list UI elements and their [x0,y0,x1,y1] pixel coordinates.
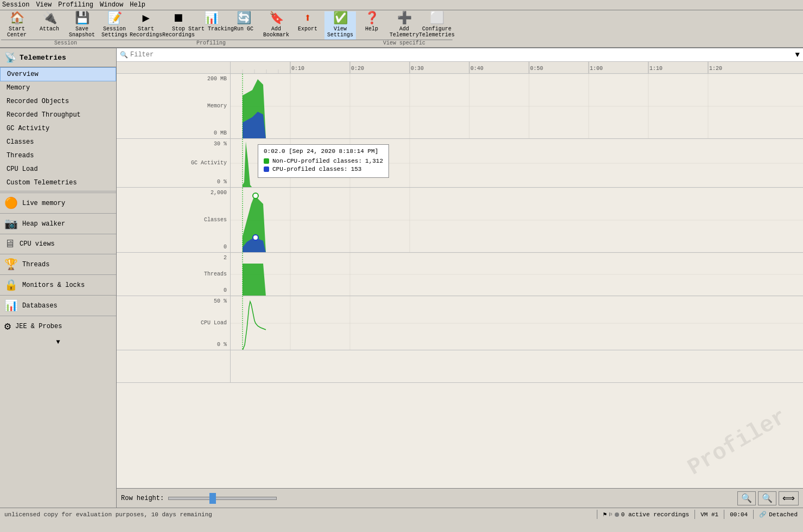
menu-session[interactable]: Session [2,1,29,9]
sidebar-section-threads[interactable]: 🏆 Threads [0,254,116,274]
menu-view[interactable]: View [36,1,52,9]
threads-y-max: 2 [224,255,227,261]
sidebar-section-cpu-views[interactable]: 🖥 CPU views [0,234,116,254]
zoom-icons: 🔍 🔍 ⟺ [737,491,799,505]
sidebar-item-custom-telemetries[interactable]: Custom Telemetries [0,176,116,190]
sidebar-item-memory[interactable]: Memory [0,81,116,95]
add-telemetry-label: AddTelemetry [390,26,419,38]
tooltip-timestamp: 0:02.0 [Sep 24, 2020 8:18:14 PM] [264,148,383,155]
sidebar-item-threads[interactable]: Threads [0,149,116,163]
export-button[interactable]: ⬆ Export [292,11,323,40]
gc-canvas[interactable]: 0:02.0 [Sep 24, 2020 8:18:14 PM] Non-CPU… [231,139,803,187]
sidebar: 📡 Telemetries Overview Memory Recorded O… [0,48,117,508]
menu-help[interactable]: Help [130,1,145,9]
save-snapshot-button[interactable]: 💾 SaveSnapshot [66,11,98,40]
tooltip-value-1: 153 [351,166,362,172]
cpu-views-icon: 🖥 [4,238,15,251]
cpu-views-label: CPU views [20,240,55,248]
timeline-ticks-area: 0:10 0:20 0:30 0:40 0:50 1:00 1:10 1:20 [231,62,803,73]
menu-profiling[interactable]: Profiling [58,1,93,9]
tooltip-dot-0 [264,158,269,164]
cpu-name: CPU Load [201,320,227,326]
filter-input[interactable] [130,51,793,59]
session-group-label: Session [1,40,130,46]
tooltip-label-1: CPU-profiled classes: [272,166,348,172]
classes-canvas[interactable] [231,188,803,252]
status-vm-segment: VM #1 [694,510,724,519]
chart-label-classes: 2,000 Classes 0 [117,188,231,252]
run-gc-button[interactable]: 🔄 Run GC [228,11,259,40]
sidebar-item-gc-activity[interactable]: GC Activity [0,122,116,136]
configure-telemetries-button[interactable]: ⬜ ConfigureTelemetries [421,11,453,40]
memory-name: Memory [207,103,227,109]
chart-label-threads: 2 Threads 0 [117,253,231,296]
chart-row-gc-activity: 30 % GC Activity 0 % [117,139,803,188]
timeline-label-spacer [117,62,231,73]
sidebar-item-classes[interactable]: Classes [0,136,116,149]
memory-y-min: 0 MB [214,130,227,136]
sidebar-item-recorded-throughput[interactable]: Recorded Throughput [0,108,116,122]
threads-name: Threads [204,271,227,277]
live-memory-icon: 🟠 [4,196,18,210]
sidebar-section-monitors-locks[interactable]: 🔒 Monitors & locks [0,274,116,295]
gc-y-min: 0 % [217,179,227,185]
add-bookmark-button[interactable]: 🔖 AddBookmark [260,11,292,40]
tooltip: 0:02.0 [Sep 24, 2020 8:18:14 PM] Non-CPU… [258,144,389,178]
session-settings-button[interactable]: 📝 SessionSettings [99,11,130,40]
chart-label-cpu: 50 % CPU Load 0 % [117,296,231,350]
attach-button[interactable]: 🔌 Attach [34,11,65,40]
stop-recordings-button[interactable]: ⏹ StopRecordings [163,11,194,40]
cpu-canvas[interactable] [231,296,803,350]
live-memory-label: Live memory [22,200,65,207]
threads-canvas[interactable] [231,253,803,296]
memory-canvas[interactable] [231,74,803,138]
row-height-slider[interactable] [168,497,277,500]
view-settings-button[interactable]: ✅ ViewSettings [324,11,356,40]
zoom-fit-icon[interactable]: ⟺ [779,491,799,505]
sidebar-section-jee-probes[interactable]: ⚙ JEE & Probes [0,316,116,336]
start-center-button[interactable]: 🏠 StartCenter [1,11,33,40]
run-gc-label: Run GC [234,26,253,32]
threads-svg [231,253,803,296]
classes-y-axis: 2,000 Classes 0 [120,190,227,250]
start-tracking-button[interactable]: 📊 Start Tracking [195,11,227,40]
configure-telemetries-icon: ⬜ [430,13,444,25]
watermark: Profiler [684,404,792,481]
svg-text:1:20: 1:20 [709,66,722,72]
zoom-in-icon[interactable]: 🔍 [737,491,756,505]
sidebar-item-overview[interactable]: Overview [0,67,116,81]
threads-y-min: 0 [224,287,227,293]
svg-marker-58 [243,264,266,296]
threads-y-axis: 2 Threads 0 [120,255,227,293]
add-telemetry-button[interactable]: ➕ AddTelemetry [388,11,420,40]
add-bookmark-label: AddBookmark [263,26,289,38]
svg-text:0:30: 0:30 [411,66,424,72]
sidebar-section-heap-walker[interactable]: 📷 Heap walker [0,213,116,234]
telemetries-label: Telemetries [20,54,66,62]
start-recordings-button[interactable]: ▶ StartRecordings [130,11,162,40]
svg-text:1:10: 1:10 [649,66,662,72]
attach-label: Attach [40,26,59,32]
start-recordings-label: StartRecordings [130,26,162,38]
main-area: 📡 Telemetries Overview Memory Recorded O… [0,48,803,508]
charts-area: Profiler 200 MB Memory 0 MB [117,74,803,488]
status-connection: Detached [769,511,798,518]
content-area: 🔍 ▼ 0:10 0:20 0:30 0:40 0:50 [117,48,803,508]
start-recordings-icon: ▶ [142,13,149,25]
view-settings-icon: ✅ [333,13,348,25]
chart-label-memory: 200 MB Memory 0 MB [117,74,231,138]
chart-row-threads: 2 Threads 0 [117,253,803,296]
status-time: 00:04 [730,511,748,518]
cpu-y-max: 50 % [214,298,227,304]
empty-canvas [231,350,803,382]
help-button[interactable]: ❓ Help [356,11,387,40]
menu-window[interactable]: Window [100,1,123,9]
sidebar-expand-arrow[interactable]: ▼ [0,336,116,348]
sidebar-item-cpu-load[interactable]: CPU Load [0,163,116,176]
sidebar-section-databases[interactable]: 📊 Databases [0,295,116,316]
sidebar-section-live-memory[interactable]: 🟠 Live memory [0,193,116,213]
sidebar-item-recorded-objects[interactable]: Recorded Objects [0,95,116,108]
recording-dot [615,512,619,517]
zoom-out-icon[interactable]: 🔍 [758,491,776,505]
filter-dropdown[interactable]: ▼ [795,50,800,59]
